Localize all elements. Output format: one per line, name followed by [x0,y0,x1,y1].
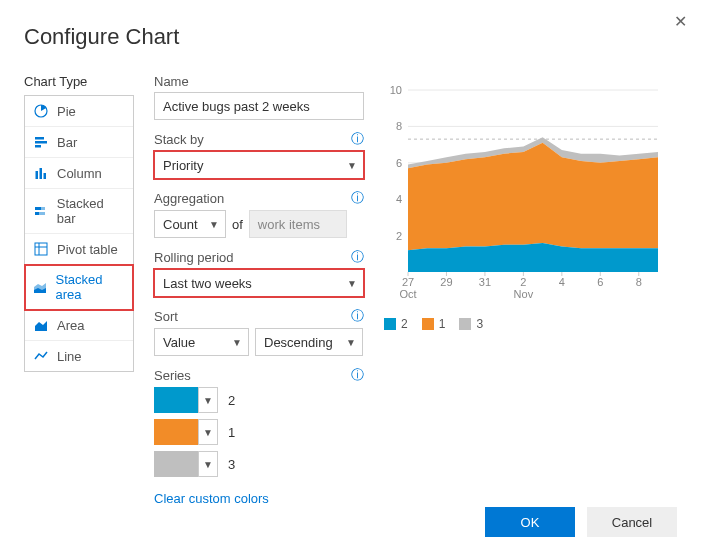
clear-custom-colors-link[interactable]: Clear custom colors [154,491,269,506]
chevron-down-icon[interactable]: ▼ [198,387,218,413]
series-color-picker[interactable]: ▼ [154,387,218,413]
svg-rect-7 [35,207,41,210]
chevron-down-icon[interactable]: ▼ [198,419,218,445]
pivot-table-icon [33,241,49,257]
ok-button[interactable]: OK [485,507,575,537]
info-icon: ⓘ [351,130,364,148]
stacked-bar-icon [33,203,49,219]
chart-legend: 2 1 3 [384,317,677,331]
sort-direction-select[interactable]: Descending ▼ [255,328,363,356]
sort-field-select[interactable]: Value ▼ [154,328,249,356]
type-label: Line [57,349,82,364]
svg-text:6: 6 [597,276,603,288]
type-label: Pivot table [57,242,118,257]
svg-rect-1 [35,137,44,140]
rolling-period-select[interactable]: Last two weeks ▼ [154,269,364,297]
area-icon [33,317,49,333]
series-item-label: 1 [228,425,235,440]
cancel-button[interactable]: Cancel [587,507,677,537]
aggregation-label: Aggregation [154,191,224,206]
type-label: Area [57,318,84,333]
stack-by-label: Stack by [154,132,204,147]
type-label: Stacked area [56,272,125,302]
legend-swatch [459,318,471,330]
dialog-footer: OK Cancel [485,507,677,537]
type-stacked-area[interactable]: Stacked area [25,265,133,310]
sort-field-value: Value [163,335,195,350]
chevron-down-icon: ▼ [232,337,242,348]
legend-swatch [384,318,396,330]
svg-rect-8 [41,207,45,210]
line-icon [33,348,49,364]
type-pivot-table[interactable]: Pivot table [25,234,133,265]
svg-text:2: 2 [520,276,526,288]
svg-rect-6 [44,173,47,179]
svg-rect-11 [35,243,47,255]
series-label: Series [154,368,191,383]
chevron-down-icon: ▼ [347,278,357,289]
svg-text:4: 4 [396,193,402,205]
color-swatch [154,451,198,477]
aggregation-select[interactable]: Count ▼ [154,210,226,238]
name-input[interactable] [154,92,364,120]
type-bar[interactable]: Bar [25,127,133,158]
chart-preview: 24681027Oct29312Nov468 [384,82,677,305]
svg-text:8: 8 [636,276,642,288]
series-row: ▼ 1 [154,419,364,445]
svg-rect-4 [36,171,39,179]
svg-rect-10 [39,212,45,215]
series-color-picker[interactable]: ▼ [154,419,218,445]
legend-item: 3 [459,317,483,331]
close-icon[interactable]: ✕ [674,12,687,31]
name-label: Name [154,74,189,89]
svg-text:27: 27 [402,276,414,288]
type-line[interactable]: Line [25,341,133,371]
svg-rect-9 [35,212,39,215]
svg-rect-3 [35,145,41,148]
stack-by-value: Priority [163,158,203,173]
rolling-period-label: Rolling period [154,250,234,265]
pie-icon [33,103,49,119]
svg-text:4: 4 [559,276,565,288]
svg-text:2: 2 [396,230,402,242]
aggregation-of: of [232,217,243,232]
svg-text:Oct: Oct [399,288,416,300]
svg-text:31: 31 [479,276,491,288]
type-label: Bar [57,135,77,150]
stacked-area-icon [33,279,48,295]
svg-rect-2 [35,141,47,144]
info-icon: ⓘ [351,248,364,266]
series-row: ▼ 3 [154,451,364,477]
column-icon [33,165,49,181]
rolling-period-value: Last two weeks [163,276,252,291]
series-item-label: 2 [228,393,235,408]
sort-direction-value: Descending [264,335,333,350]
type-column[interactable]: Column [25,158,133,189]
legend-swatch [422,318,434,330]
series-color-picker[interactable]: ▼ [154,451,218,477]
chevron-down-icon[interactable]: ▼ [198,451,218,477]
type-pie[interactable]: Pie [25,96,133,127]
color-swatch [154,387,198,413]
series-row: ▼ 2 [154,387,364,413]
info-icon: ⓘ [351,307,364,325]
legend-item: 2 [384,317,408,331]
svg-rect-5 [40,168,43,179]
stack-by-select[interactable]: Priority ▼ [154,151,364,179]
svg-text:8: 8 [396,120,402,132]
chevron-down-icon: ▼ [347,160,357,171]
legend-item: 1 [422,317,446,331]
series-item-label: 3 [228,457,235,472]
svg-text:6: 6 [396,157,402,169]
chevron-down-icon: ▼ [346,337,356,348]
type-label: Pie [57,104,76,119]
dialog-title: Configure Chart [24,24,677,50]
info-icon: ⓘ [351,189,364,207]
svg-text:10: 10 [390,84,402,96]
chevron-down-icon: ▼ [209,219,219,230]
color-swatch [154,419,198,445]
type-stacked-bar[interactable]: Stacked bar [25,189,133,234]
aggregation-value: Count [163,217,198,232]
type-area[interactable]: Area [25,310,133,341]
aggregation-target: work items [249,210,347,238]
